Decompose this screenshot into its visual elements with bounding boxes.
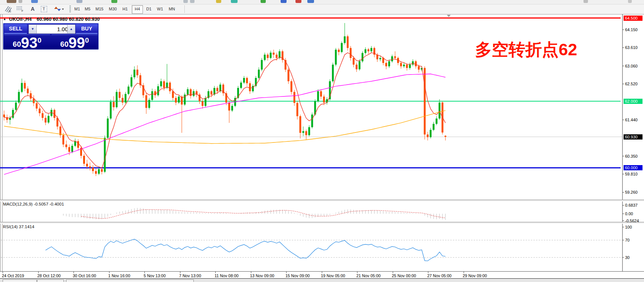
toolbar-icon-fragment[interactable] [216, 0, 221, 3]
sell-price-point: 0 [37, 36, 42, 45]
time-tick [322, 272, 322, 273]
time-tick-label: 30 Oct 16:00 [73, 273, 96, 278]
chart-text-annotation[interactable]: 多空转折点62 [475, 39, 577, 61]
chart-tab[interactable] [66, 279, 194, 282]
toolbar-icon-fragment[interactable] [261, 0, 266, 3]
toolbar-icon-fragment[interactable] [231, 0, 238, 3]
timeframe-button-m30[interactable]: M30 [107, 5, 118, 13]
volume-decrease-button[interactable]: ▼ [29, 24, 37, 34]
time-tick [286, 272, 287, 273]
window-left-edge-inner [2, 14, 3, 278]
time-tick-label: 5 Nov 13:00 [144, 273, 166, 278]
text-label-icon[interactable]: A [29, 5, 36, 13]
sell-price-pips: 93 [21, 36, 38, 50]
sell-button[interactable]: SELL [4, 24, 27, 34]
price-tick-label: 59.810 [625, 172, 638, 176]
rsi-panel-separator[interactable] [0, 222, 644, 224]
toolbar-grip[interactable] [69, 6, 71, 13]
time-tick [464, 272, 464, 273]
time-tick-label: 21 Nov 05:00 [356, 273, 380, 278]
buy-price-int: 60 [60, 39, 68, 50]
toolbar-icon-fragment[interactable] [31, 0, 38, 3]
buy-price-point: 0 [85, 36, 89, 45]
price-tick-label: 63.060 [625, 64, 638, 68]
timeframe-button-m15[interactable]: M15 [94, 5, 105, 13]
time-tick-label: 29 Nov 09:00 [463, 273, 487, 278]
time-tick [3, 272, 3, 273]
timeframe-button-h1[interactable]: H1 [121, 5, 130, 13]
toolbar-icon-fragment[interactable] [111, 0, 117, 3]
toolbar-icon-fragment[interactable] [76, 0, 82, 3]
time-tick [393, 272, 393, 273]
symbol-name: UKOil-,H4 [9, 16, 32, 22]
toolbar-icon-fragment[interactable] [183, 0, 188, 3]
timeframe-button-d1[interactable]: D1 [144, 5, 153, 13]
arrow-objects-icon[interactable] [53, 5, 65, 13]
one-click-trading-panel: SELL ▼ ▲ BUY 60 93 0 60 99 0 [3, 23, 99, 50]
toolbar-icon-fragment[interactable] [281, 0, 287, 3]
macd-tick-label: 0.6837 [625, 203, 638, 207]
price-badge: 64.500 [624, 16, 643, 21]
macd-tick-label: -0.5624 [625, 219, 639, 223]
volume-increase-button[interactable]: ▲ [67, 24, 75, 34]
text-box-icon[interactable]: T [40, 5, 48, 13]
toolbar-icon-fragment[interactable] [628, 0, 632, 3]
time-tick [38, 272, 39, 273]
drawing-toolbar: E F A T M1M5M15M30H1H4D1W1MN [0, 4, 644, 14]
toolbar-icon-fragment[interactable] [7, 0, 16, 3]
buy-button[interactable]: BUY [76, 24, 98, 34]
time-tick [180, 272, 180, 273]
time-tick-label: 27 Nov 05:00 [427, 273, 451, 278]
toolbar-icon-fragment[interactable] [295, 0, 301, 3]
timeframe-button-m5[interactable]: M5 [84, 5, 92, 13]
timeframe-button-mn[interactable]: MN [167, 5, 177, 13]
andrews-pitchfork-icon[interactable]: E [4, 5, 13, 13]
price-badge: 60.930 [624, 134, 643, 140]
toolbar-icon-fragment[interactable] [190, 0, 194, 3]
price-badge: 60.000 [624, 165, 643, 170]
chart-title: ▲ UKOil-,H4 60.960 60.980 60.820 60.930 [3, 16, 100, 22]
sell-price-int: 60 [13, 39, 21, 50]
time-tick [109, 272, 109, 273]
buy-price-pips: 99 [69, 36, 85, 50]
price-badge: 62.000 [624, 99, 643, 104]
buy-price-display[interactable]: 60 99 0 [52, 35, 98, 50]
time-axis[interactable]: 24 Oct 201928 Oct 12:0030 Oct 16:001 Nov… [0, 272, 644, 278]
top-toolbar-strip [0, 0, 644, 4]
time-tick-label: 11 Nov 08:00 [215, 273, 239, 278]
macd-tick-label: 0.00 [625, 212, 633, 216]
rsi-tick-label: 100 [625, 225, 632, 229]
timeframe-button-w1[interactable]: W1 [156, 5, 164, 13]
price-tick-label: 64.150 [625, 27, 638, 32]
toolbar-icon-fragment[interactable] [583, 0, 588, 3]
ohlc-values: 60.960 60.980 60.820 60.930 [37, 16, 100, 22]
timeframe-button-m1[interactable]: M1 [73, 5, 81, 13]
toolbar-icon-fragment[interactable] [307, 0, 314, 3]
price-tick-label: 60.350 [625, 154, 638, 158]
time-tick [215, 272, 216, 273]
price-tick-label: 63.610 [625, 45, 638, 50]
fibo-grid-icon[interactable]: F [16, 5, 24, 13]
time-tick [251, 272, 251, 273]
svg-text:E: E [9, 10, 11, 13]
time-tick-label: 1 Nov 16:00 [108, 273, 130, 278]
macd-panel-separator[interactable] [0, 200, 644, 201]
price-tick-label: 62.520 [625, 82, 638, 86]
time-tick-label: 13 Nov 09:00 [250, 273, 274, 278]
time-tick [357, 272, 357, 273]
mt4-application: E F A T M1M5M15M30H1H4D1W1MN ▲ UKOil-,H4… [0, 0, 644, 282]
collapse-triangle-icon[interactable]: ▲ [3, 17, 6, 21]
chart-tab[interactable] [3, 279, 37, 282]
time-tick-label: 25 Nov 00:00 [392, 273, 416, 278]
macd-indicator-label: MACD(12,26,9) -0.5057 -0.4001 [3, 202, 64, 206]
time-tick-label: 24 Oct 2019 [2, 273, 24, 278]
price-tick-label: 59.260 [625, 190, 638, 194]
svg-text:F: F [22, 9, 23, 12]
timeframe-button-h4[interactable]: H4 [132, 5, 143, 14]
sell-price-display[interactable]: 60 93 0 [4, 35, 50, 50]
volume-input[interactable] [36, 24, 70, 34]
time-tick [144, 272, 145, 273]
chart-tab[interactable] [37, 279, 64, 282]
toolbar-icon-fragment[interactable] [19, 0, 22, 3]
rsi-tick-label: 70 [625, 238, 630, 242]
